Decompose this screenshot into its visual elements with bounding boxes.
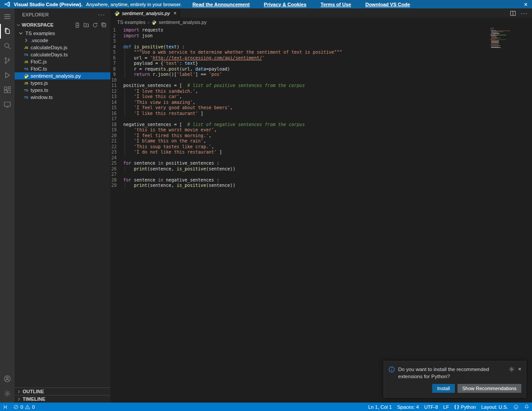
line-number: 3 xyxy=(111,39,123,44)
code-line-17[interactable]: 17 xyxy=(110,116,532,122)
breadcrumb-file[interactable]: sentiment_analysis.py xyxy=(159,20,207,25)
banner-close-icon[interactable]: × xyxy=(524,1,528,8)
panel-timeline[interactable]: TIMELINE xyxy=(15,395,110,403)
code-line-29[interactable]: 29 print(sentence, is_positive(sentence)… xyxy=(110,183,532,189)
tree-item-calculatedays-ts[interactable]: TScalculateDays.ts xyxy=(15,51,110,58)
code-line-4[interactable]: 4def is_positive(text) : xyxy=(110,44,532,50)
status-language-mode[interactable]: { }Python xyxy=(452,403,479,411)
refresh-icon[interactable] xyxy=(92,22,98,28)
code-line-7[interactable]: 7 payload = {'text': text} xyxy=(110,61,532,67)
activity-explorer-button[interactable] xyxy=(0,24,15,39)
code-line-9[interactable]: 9 return r.json()['label'] == 'pos' xyxy=(110,72,532,78)
more-icon[interactable]: ··· xyxy=(520,10,528,16)
code-line-28[interactable]: 28for sentence in negative_sentences : xyxy=(110,178,532,183)
split-editor-icon[interactable] xyxy=(510,10,516,16)
extensions-icon xyxy=(4,86,11,94)
activity-run-debug-button[interactable] xyxy=(0,68,15,83)
banner-link-terms[interactable]: Terms of Use xyxy=(321,2,351,7)
tree-item-types-js[interactable]: JStypes.js xyxy=(15,79,110,87)
code-line-23[interactable]: 23 'I do not like this restaurant' ] xyxy=(110,150,532,155)
line-number: 7 xyxy=(111,61,123,67)
chevron-right-icon xyxy=(16,389,21,394)
code-line-19[interactable]: 19 'this is the worst movie ever', xyxy=(110,127,532,133)
banner-link-download[interactable]: Download VS Code xyxy=(365,2,410,7)
code-line-13[interactable]: 13 'I love this car', xyxy=(110,94,532,100)
workspace-section-header[interactable]: WORKSPACE xyxy=(15,20,110,29)
banner-link-privacy[interactable]: Privacy & Cookies xyxy=(264,2,306,7)
line-number: 5 xyxy=(111,50,123,55)
status-feedback[interactable] xyxy=(511,403,521,411)
code-line-5[interactable]: 5 """Use a web service to determine whet… xyxy=(110,50,532,55)
activity-extensions-button[interactable] xyxy=(0,83,15,97)
show-recommendations-button[interactable]: Show Recommendations xyxy=(458,384,521,393)
activity-search-button[interactable] xyxy=(0,39,15,53)
notification-close-icon[interactable]: × xyxy=(518,366,521,372)
banner-link-announcement[interactable]: Read the Announcement xyxy=(192,2,250,7)
breadcrumb-folder[interactable]: TS examples xyxy=(117,20,145,25)
tree-item-ftoc-js[interactable]: JSFtoC.js xyxy=(15,58,110,65)
collapse-all-icon[interactable] xyxy=(101,22,107,28)
code-line-27[interactable]: 27 xyxy=(110,172,532,178)
code-line-14[interactable]: 14 'This view is amazing', xyxy=(110,100,532,106)
js-file-icon: JS xyxy=(23,81,29,85)
activity-menu-button[interactable] xyxy=(0,9,15,24)
activity-account-button[interactable] xyxy=(0,371,15,386)
activity-remote-button[interactable] xyxy=(0,97,15,112)
code-line-2[interactable]: 2import json xyxy=(110,33,532,39)
minimap[interactable] xyxy=(490,28,511,48)
code-line-8[interactable]: 8 r = requests.post(url, data=payload) xyxy=(110,67,532,72)
tree-item-types-ts[interactable]: TStypes.ts xyxy=(15,87,110,94)
code-line-11[interactable]: 11positive_sentences = [ # list of posit… xyxy=(110,83,532,89)
line-number: 4 xyxy=(111,44,123,50)
line-number: 1 xyxy=(111,28,123,33)
warning-icon xyxy=(25,404,30,410)
sidebar-more-actions-icon[interactable]: ··· xyxy=(98,11,105,18)
code-line-1[interactable]: 1import requests xyxy=(110,28,532,33)
problems-indicator[interactable]: 00 xyxy=(11,403,37,411)
line-number: 26 xyxy=(111,166,123,172)
code-line-16[interactable]: 16 'I like this restaurant' ] xyxy=(110,111,532,117)
code-line-12[interactable]: 12 'I love this sandwich.', xyxy=(110,89,532,95)
tree-item-ts-examples[interactable]: TS examples xyxy=(15,30,110,37)
status-notifications-bell[interactable] xyxy=(521,403,532,411)
status-bar: 00 Ln 1, Col 1Spaces: 4UTF-8LF{ }PythonL… xyxy=(0,403,532,411)
new-file-icon[interactable] xyxy=(74,22,80,28)
editor-actions: ··· xyxy=(510,8,532,18)
remote-indicator[interactable] xyxy=(0,403,11,411)
code-line-26[interactable]: 26 print(sentence, is_positive(sentence)… xyxy=(110,166,532,172)
code-line-25[interactable]: 25for sentence in positive_sentences : xyxy=(110,161,532,166)
code-line-15[interactable]: 15 'I feel very good about these beers', xyxy=(110,105,532,111)
code-text: 'I love this car', xyxy=(123,94,182,100)
code-line-6[interactable]: 6 url = 'http://text-processing.com/api/… xyxy=(110,55,532,61)
panel-outline[interactable]: OUTLINE xyxy=(15,387,110,395)
activity-settings-button[interactable] xyxy=(0,386,15,401)
activity-source-control-button[interactable] xyxy=(0,53,15,68)
status-encoding[interactable]: UTF-8 xyxy=(422,403,441,411)
new-folder-icon[interactable] xyxy=(83,22,89,28)
tree-item-window-ts[interactable]: TSwindow.ts xyxy=(15,94,110,101)
tab-sentiment-analysis[interactable]: sentiment_analysis.py × xyxy=(110,8,180,18)
line-number: 29 xyxy=(111,183,123,189)
code-line-21[interactable]: 21 'I blame this on the rain', xyxy=(110,138,532,144)
status-cursor-position[interactable]: Ln 1, Col 1 xyxy=(366,403,395,411)
code-line-24[interactable]: 24 xyxy=(110,155,532,161)
python-file-icon xyxy=(23,73,29,79)
status-eol[interactable]: LF xyxy=(441,403,452,411)
sidebar-header: EXPLORER ··· xyxy=(15,8,110,20)
code-editor[interactable]: 1import requests2import json34def is_pos… xyxy=(110,27,532,403)
tree-item-sentiment-analysis-py[interactable]: sentiment_analysis.py xyxy=(15,72,110,79)
install-button[interactable]: Install xyxy=(432,384,455,393)
code-line-3[interactable]: 3 xyxy=(110,39,532,44)
code-line-18[interactable]: 18negative_sentences = [ # list of negat… xyxy=(110,122,532,128)
code-line-22[interactable]: 22 'This soup tastes like crap.', xyxy=(110,144,532,150)
tab-close-icon[interactable]: × xyxy=(173,10,176,16)
tree-item--vscode[interactable]: .vscode xyxy=(15,37,110,44)
tree-item-ftoc-ts[interactable]: TSFtoC.ts xyxy=(15,65,110,72)
status-indentation[interactable]: Spaces: 4 xyxy=(395,403,422,411)
tab-bar: sentiment_analysis.py × ··· xyxy=(110,8,532,18)
code-line-20[interactable]: 20 'I feel tired this morning.', xyxy=(110,133,532,139)
tree-item-calculatedays-js[interactable]: JScalculateDays.js xyxy=(15,44,110,51)
gear-icon[interactable] xyxy=(509,366,515,372)
status-keyboard-layout[interactable]: Layout: U.S. xyxy=(478,403,511,411)
code-line-10[interactable]: 10 xyxy=(110,78,532,83)
